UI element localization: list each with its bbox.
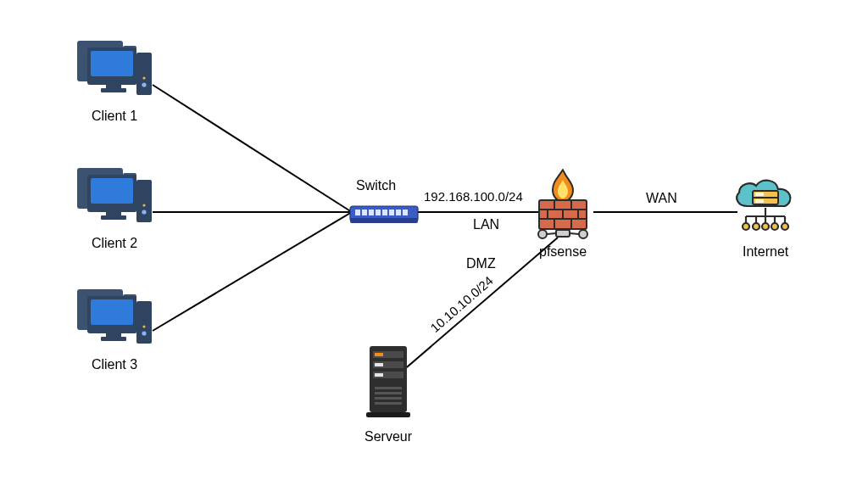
svg-line-56 xyxy=(547,233,556,234)
svg-line-57 xyxy=(570,233,579,234)
svg-point-69 xyxy=(743,223,749,230)
desktop-pc-icon xyxy=(72,36,157,103)
svg-point-70 xyxy=(753,223,760,230)
switch-label: Switch xyxy=(356,178,396,193)
svg-rect-10 xyxy=(106,85,121,88)
svg-rect-40 xyxy=(389,210,394,215)
client-1: Client 1 xyxy=(72,36,157,124)
internet-label: Internet xyxy=(743,244,788,260)
switch-icon xyxy=(349,201,419,228)
svg-rect-19 xyxy=(106,212,121,215)
svg-rect-80 xyxy=(375,363,383,366)
svg-point-13 xyxy=(142,82,146,87)
internet xyxy=(727,174,804,245)
network-diagram: Client 1 Client 2 Client 3 xyxy=(0,0,868,492)
svg-point-31 xyxy=(142,331,146,335)
firewall-icon xyxy=(532,168,593,243)
firewall xyxy=(532,168,593,246)
server: Serveur xyxy=(354,339,422,444)
svg-rect-39 xyxy=(382,210,387,215)
svg-rect-35 xyxy=(355,210,360,215)
svg-rect-81 xyxy=(375,373,383,377)
svg-point-14 xyxy=(142,76,145,79)
client-2-label: Client 2 xyxy=(72,236,157,251)
svg-rect-34 xyxy=(350,218,418,223)
svg-rect-42 xyxy=(403,210,408,215)
svg-rect-85 xyxy=(375,402,402,405)
lan-label: LAN xyxy=(473,217,499,232)
svg-rect-79 xyxy=(375,353,383,356)
svg-point-71 xyxy=(762,223,769,230)
svg-rect-75 xyxy=(366,412,410,417)
svg-point-32 xyxy=(142,325,145,327)
svg-rect-38 xyxy=(376,210,381,215)
svg-point-53 xyxy=(538,230,547,238)
client-3: Client 3 xyxy=(72,284,157,372)
svg-point-73 xyxy=(782,223,788,230)
svg-rect-82 xyxy=(375,387,402,389)
svg-rect-83 xyxy=(375,392,402,394)
firewall-label: pfsense xyxy=(539,244,587,260)
dmz-label: DMZ xyxy=(466,256,496,271)
svg-rect-11 xyxy=(101,88,126,92)
svg-point-23 xyxy=(142,204,145,206)
svg-rect-29 xyxy=(101,337,126,341)
svg-point-72 xyxy=(771,223,778,230)
desktop-pc-icon xyxy=(72,163,157,231)
cloud-network-icon xyxy=(727,174,804,242)
svg-rect-21 xyxy=(136,180,152,222)
wan-label: WAN xyxy=(646,191,677,206)
svg-rect-27 xyxy=(91,299,133,325)
client-1-label: Client 1 xyxy=(72,109,157,124)
switch xyxy=(349,201,419,232)
client-3-label: Client 3 xyxy=(72,357,157,372)
svg-rect-18 xyxy=(91,178,133,204)
svg-rect-28 xyxy=(106,333,121,337)
svg-point-54 xyxy=(579,230,587,238)
svg-rect-20 xyxy=(101,215,126,220)
svg-rect-12 xyxy=(136,53,152,95)
svg-rect-36 xyxy=(362,210,367,215)
desktop-pc-icon xyxy=(72,284,157,352)
svg-rect-41 xyxy=(396,210,401,215)
svg-rect-30 xyxy=(136,301,152,344)
svg-point-22 xyxy=(142,210,146,214)
svg-rect-84 xyxy=(375,397,402,400)
svg-line-2 xyxy=(153,212,352,331)
client-2: Client 2 xyxy=(72,163,157,251)
svg-line-0 xyxy=(153,85,352,212)
svg-rect-61 xyxy=(755,199,764,203)
svg-rect-60 xyxy=(755,193,764,196)
server-label: Serveur xyxy=(354,429,422,444)
svg-rect-55 xyxy=(556,230,570,237)
lan-subnet-label: 192.168.100.0/24 xyxy=(424,189,523,204)
dmz-subnet-label: 10.10.10.0/24 xyxy=(427,273,495,335)
server-rack-icon xyxy=(354,339,422,424)
svg-rect-9 xyxy=(91,51,133,76)
svg-rect-37 xyxy=(369,210,374,215)
